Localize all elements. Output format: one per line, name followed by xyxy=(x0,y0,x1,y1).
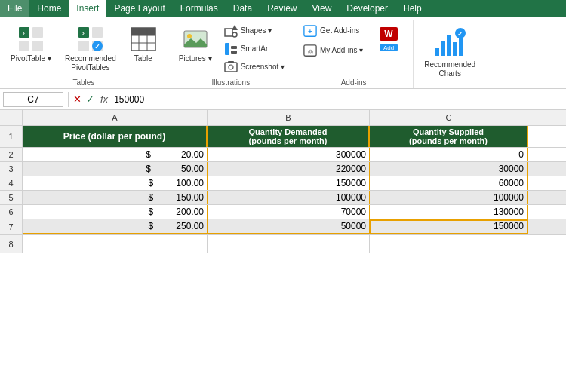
menu-formulas[interactable]: Formulas xyxy=(173,0,226,17)
smartart-button[interactable]: SmartArt xyxy=(221,41,288,57)
recommended-charts-label: RecommendedCharts xyxy=(424,60,475,78)
pivot-table-button[interactable]: Σ PivotTable ▾ xyxy=(6,23,56,66)
svg-rect-38 xyxy=(435,48,439,56)
menu-pagelayout[interactable]: Page Layout xyxy=(106,0,172,17)
cell-c7-selected[interactable]: 150000 xyxy=(370,219,528,234)
svg-text:Σ: Σ xyxy=(23,30,26,37)
row-num-4: 4 xyxy=(0,176,23,190)
pictures-label: Pictures ▾ xyxy=(179,54,212,63)
cell-reference-input[interactable]: C7 xyxy=(3,92,63,107)
col-header-b[interactable]: B xyxy=(208,110,370,125)
row-num-header-corner xyxy=(0,110,23,125)
formula-icons: ✕ ✓ xyxy=(73,93,94,105)
pivot-table-icon: Σ xyxy=(17,26,45,53)
table-row: 5 $ 150.00 100000 100000 xyxy=(0,191,566,205)
menu-insert[interactable]: Insert xyxy=(69,0,106,17)
formula-bar-divider xyxy=(68,92,69,107)
svg-point-23 xyxy=(232,32,237,37)
cell-a3[interactable]: $ 50.00 xyxy=(23,162,208,176)
cell-b5[interactable]: 100000 xyxy=(208,191,370,204)
cell-a2[interactable]: $ 20.00 xyxy=(23,148,208,161)
table-row: 4 $ 100.00 150000 60000 xyxy=(0,176,566,191)
cell-c3[interactable]: 30000 xyxy=(370,162,528,176)
cell-b8[interactable] xyxy=(208,235,370,253)
cell-a4[interactable]: $ 100.00 xyxy=(23,176,208,190)
smartart-label: SmartArt xyxy=(241,44,270,54)
cell-b6[interactable]: 70000 xyxy=(208,205,370,219)
tables-items: Σ PivotTable ▾ Σ ✓ xyxy=(6,23,161,75)
cell-c8[interactable] xyxy=(370,235,528,253)
svg-rect-1 xyxy=(32,27,43,38)
svg-text:Add: Add xyxy=(383,44,394,51)
my-addins-button[interactable]: ◎ My Add-ins ▾ xyxy=(300,42,366,59)
svg-text:◎: ◎ xyxy=(308,48,313,55)
confirm-icon[interactable]: ✓ xyxy=(86,93,94,105)
formula-bar: C7 ✕ ✓ fx 150000 xyxy=(0,89,566,110)
svg-point-28 xyxy=(229,65,233,69)
addins-group-label: Add-ins xyxy=(341,75,367,87)
cell-a7[interactable]: $ 250.00 xyxy=(23,219,208,234)
svg-rect-2 xyxy=(19,41,29,51)
col-header-c[interactable]: C xyxy=(370,110,528,125)
table-row: 6 $ 200.00 70000 130000 xyxy=(0,205,566,219)
svg-text:✓: ✓ xyxy=(94,43,100,51)
cell-c6[interactable]: 130000 xyxy=(370,205,528,219)
svg-rect-6 xyxy=(92,27,103,38)
menu-review[interactable]: Review xyxy=(260,0,304,17)
header-cell-b[interactable]: Quantity Demanded(pounds per month) xyxy=(208,126,370,147)
ribbon-group-recommended-charts: ✓ RecommendedCharts xyxy=(414,20,486,88)
my-addins-label: My Add-ins ▾ xyxy=(320,46,363,55)
screenshot-button[interactable]: Screenshot ▾ xyxy=(221,59,288,75)
shapes-label: Shapes ▾ xyxy=(241,26,272,35)
cell-c4[interactable]: 60000 xyxy=(370,176,528,190)
recommended-charts-button[interactable]: ✓ RecommendedCharts xyxy=(420,23,480,81)
cancel-icon[interactable]: ✕ xyxy=(73,93,82,105)
table-row: 7 $ 250.00 50000 150000 xyxy=(0,219,566,235)
recommended-pivottables-label: RecommendedPivotTables xyxy=(65,54,116,72)
ribbon-group-illustrations: Pictures ▾ Shapes ▾ xyxy=(168,20,294,88)
svg-text:+: + xyxy=(308,27,312,35)
pictures-button[interactable]: Pictures ▾ xyxy=(174,23,217,66)
ribbon: Σ PivotTable ▾ Σ ✓ xyxy=(0,17,566,89)
table-row: 2 $ 20.00 300000 0 xyxy=(0,148,566,162)
fx-label: fx xyxy=(100,93,108,105)
cell-b2[interactable]: 300000 xyxy=(208,148,370,161)
illustrations-items: Pictures ▾ Shapes ▾ xyxy=(174,23,288,75)
ribbon-group-tables: Σ PivotTable ▾ Σ ✓ xyxy=(0,20,168,88)
recommended-pivottables-button[interactable]: Σ ✓ RecommendedPivotTables xyxy=(60,23,121,75)
recommended-pivottables-icon: Σ ✓ xyxy=(77,26,104,53)
svg-rect-40 xyxy=(447,35,451,56)
cell-c5[interactable]: 100000 xyxy=(370,191,528,204)
tables-group-label: Tables xyxy=(72,75,94,87)
header-cell-c[interactable]: Quantity Supplied(pounds per month) xyxy=(370,126,528,147)
svg-text:✓: ✓ xyxy=(457,30,463,38)
ribbon-group-addins: + Get Add-ins ◎ My Add-ins ▾ xyxy=(294,20,414,88)
header-cell-a[interactable]: Price (dollar per pound) xyxy=(23,126,208,147)
cell-a8[interactable] xyxy=(23,235,208,253)
illustrations-group-label: Illustrations xyxy=(212,75,251,87)
cell-a5[interactable]: $ 150.00 xyxy=(23,191,208,204)
office-addins-icon: W Add xyxy=(375,26,402,53)
empty-row-8: 8 xyxy=(0,235,566,253)
cell-b4[interactable]: 150000 xyxy=(208,176,370,190)
pivot-table-label: PivotTable ▾ xyxy=(11,54,51,63)
table-button[interactable]: Table xyxy=(125,23,161,66)
menu-data[interactable]: Data xyxy=(226,0,260,17)
cell-a6[interactable]: $ 200.00 xyxy=(23,205,208,219)
smartart-icon xyxy=(224,42,238,56)
cell-b3[interactable]: 220000 xyxy=(208,162,370,176)
cell-c2[interactable]: 0 xyxy=(370,148,528,161)
cell-b7[interactable]: 50000 xyxy=(208,219,370,234)
menu-help[interactable]: Help xyxy=(395,0,429,17)
menu-home[interactable]: Home xyxy=(29,0,69,17)
get-addins-button[interactable]: + Get Add-ins xyxy=(300,23,366,39)
menu-developer[interactable]: Developer xyxy=(339,0,395,17)
row-num-1: 1 xyxy=(0,126,23,147)
menu-view[interactable]: View xyxy=(305,0,340,17)
menu-file[interactable]: File xyxy=(0,0,29,17)
svg-rect-3 xyxy=(32,41,43,51)
shapes-button[interactable]: Shapes ▾ xyxy=(221,23,288,39)
svg-rect-7 xyxy=(78,41,89,51)
addins-items: + Get Add-ins ◎ My Add-ins ▾ xyxy=(300,23,407,75)
col-header-a[interactable]: A xyxy=(23,110,208,125)
